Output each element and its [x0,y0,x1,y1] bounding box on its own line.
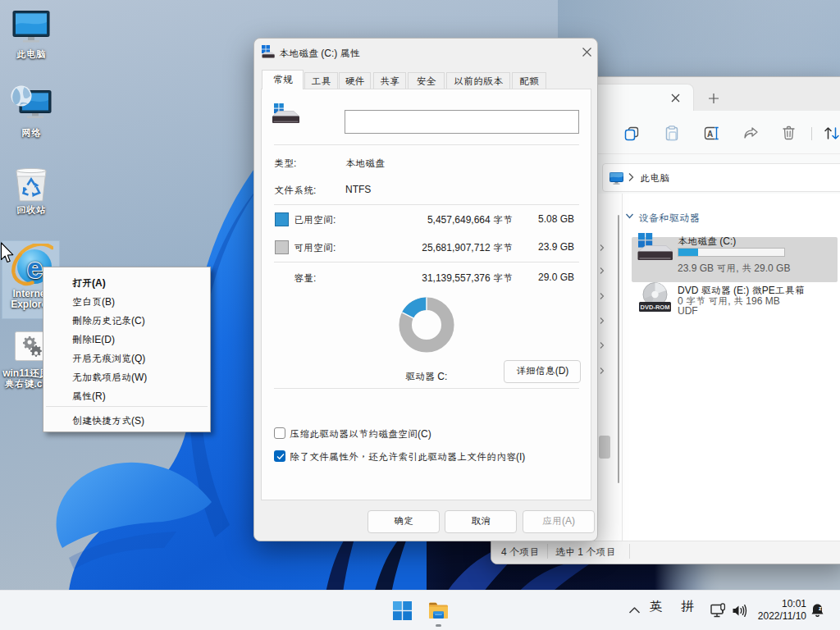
svg-text:A: A [707,130,713,139]
svg-text:DVD-ROM: DVD-ROM [641,304,670,311]
svg-text:e: e [26,252,42,284]
svg-text:z: z [819,605,822,611]
